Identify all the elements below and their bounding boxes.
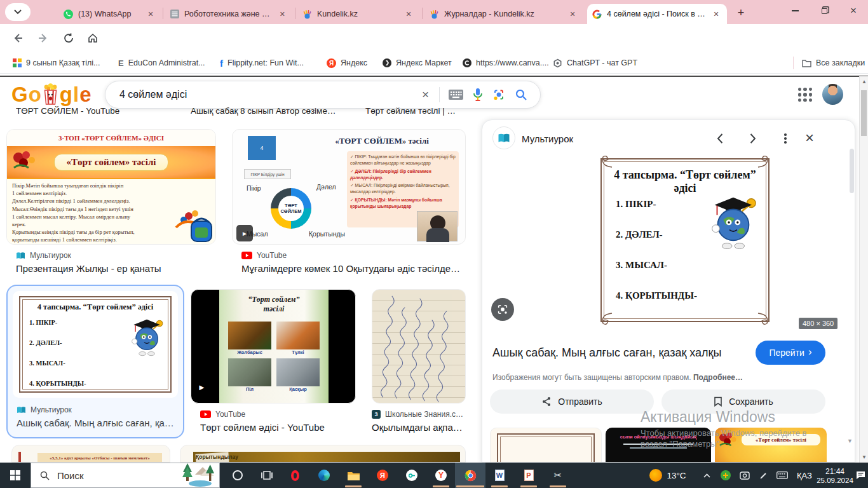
result-source-row[interactable]: 3 Школьные Знания.с… xyxy=(372,410,466,419)
search-inside-image-lens-button[interactable] xyxy=(491,298,514,321)
panel-scrollbar-thumb[interactable] xyxy=(850,149,854,193)
taskbar-powerpoint-icon[interactable]: P xyxy=(515,463,543,488)
result-title-link[interactable]: Оқылымдағы ақпа… xyxy=(372,422,466,433)
tab-kundelik[interactable]: Kundelik.kz × xyxy=(297,4,419,24)
google-doodle-logo[interactable]: G o g l e xyxy=(11,83,92,105)
google-apps-grid-icon[interactable] xyxy=(798,88,812,102)
bookmark-item[interactable]: Я Яндекс xyxy=(327,57,367,69)
result-image-card1[interactable]: 3-ТОП «ТӨРТ СӨЙЛЕМ» ӘДІСІ «Төрт сөйлем» … xyxy=(6,129,216,245)
bookmark-item[interactable]: f Flippity.net: Fun Wit... xyxy=(220,57,304,69)
result-image-card5[interactable] xyxy=(372,289,466,403)
copyright-more-link[interactable]: Подробнее… xyxy=(693,373,743,382)
tray-antivirus-icon[interactable] xyxy=(717,463,735,488)
voice-search-icon[interactable] xyxy=(473,88,483,102)
back-button[interactable] xyxy=(9,29,27,47)
scrollbar-thumb[interactable] xyxy=(861,90,867,136)
taskbar-chrome-icon[interactable] xyxy=(455,463,485,488)
result-title-link[interactable]: Ашық сабақ. Мың алғыс саған, қаза… xyxy=(17,417,177,428)
panel-result-title-link[interactable]: Ашық сабақ. Мың алғыс саған, қазақ халқы xyxy=(492,346,747,360)
bookmark-item[interactable]: E EduCon Administrat... xyxy=(118,57,205,69)
related-image-thumb[interactable] xyxy=(490,428,602,463)
result-image-card4[interactable]: “Төрт сөйлем” тәсілі Жолбарыс Түлкі Піл … xyxy=(191,289,356,403)
google-lens-icon[interactable] xyxy=(492,88,505,101)
taskbar-search-box[interactable]: Поиск xyxy=(31,463,220,488)
all-bookmarks-button[interactable]: Все закладки xyxy=(802,57,865,69)
window-restore-button[interactable] xyxy=(810,0,839,22)
play-button-icon[interactable]: ► xyxy=(198,383,206,392)
scrollbar-down-icon[interactable]: ▼ xyxy=(862,454,867,460)
reload-button[interactable] xyxy=(60,29,78,47)
result-title-link[interactable]: Төрт сөйлем әдісі - YouTube xyxy=(200,422,356,433)
preview-image[interactable]: 4 тапсырма. “Төрт сөйлем” әдісі 1. ПІКІР… xyxy=(597,152,773,329)
google-account-avatar[interactable] xyxy=(822,84,843,105)
bookmark-item[interactable]: Яндекс Маркет xyxy=(383,57,452,69)
result-source-row[interactable]: YouTube xyxy=(241,251,287,260)
bookmark-item[interactable]: https://www.canva.... xyxy=(463,57,549,69)
panel-close-icon[interactable]: × xyxy=(805,129,814,147)
result-source-row[interactable]: Мультиурок xyxy=(17,405,72,414)
taskbar-explorer-icon[interactable] xyxy=(339,463,367,488)
tab-zhurnaldar[interactable]: Журналдар - Kundelik.kz × xyxy=(424,4,583,24)
result-caption-link[interactable]: ТӨРТ СӨЙЛЕМ - YouTube xyxy=(16,106,168,116)
home-button[interactable] xyxy=(84,29,102,47)
bookmark-item[interactable]: ChatGPT - чат GPT xyxy=(553,57,637,69)
related-image-thumb[interactable]: сыни ойлауымызды шыңдайық xyxy=(606,428,711,463)
tray-weather-widget[interactable]: 13°C xyxy=(643,463,693,488)
bookmark-item[interactable]: 9 сынып Қазақ тілі... xyxy=(13,57,100,69)
cortana-button[interactable] xyxy=(224,463,252,488)
selected-result-tile[interactable]: 4 тапсырма. “Төрт сөйлем” әдісі 1. ПІКІР… xyxy=(6,285,184,438)
taskbar-yandex-icon[interactable]: Я xyxy=(369,463,397,488)
tab-close-icon[interactable]: × xyxy=(710,8,722,20)
result-image-card2[interactable]: 4 «ТӨРТ СӨЙЛЕМ» тәсілі ПІКР Білдіру үшін… xyxy=(232,129,466,245)
result-title-link[interactable]: Мұғалімдерге көмек 10 Оқытудағы әдіс тәс… xyxy=(241,263,465,274)
tab-close-icon[interactable]: × xyxy=(403,8,414,20)
window-close-button[interactable]: × xyxy=(839,0,868,22)
tab-google-search[interactable]: 4 сөйлем әдісі - Поиск в Go × xyxy=(587,4,727,24)
task-view-button[interactable] xyxy=(253,463,281,488)
taskbar-edge-icon[interactable] xyxy=(310,463,338,488)
panel-next-button[interactable] xyxy=(745,132,759,146)
panel-source-name[interactable]: Мультиурок xyxy=(522,133,573,144)
search-box[interactable]: 4 сөйлем әдісі × xyxy=(105,81,541,109)
result-image-card6-partial[interactable]: «5,5,1» әдісі арқылы «Отбасы - шағын мем… xyxy=(11,445,170,463)
taskbar-snipping-icon[interactable]: ✂ xyxy=(544,463,572,488)
tray-expand-icon[interactable] xyxy=(698,463,715,488)
tray-clock[interactable]: 21:44 25.09.2024 xyxy=(817,463,853,488)
play-button-icon[interactable]: ► xyxy=(236,225,253,241)
result-caption-link[interactable]: Ашық сабақ 8 сынып Автор сөзіме… xyxy=(191,106,349,116)
tab-search-chevron-button[interactable] xyxy=(5,3,31,21)
window-minimize-button[interactable] xyxy=(780,0,810,22)
new-tab-button[interactable]: + xyxy=(733,5,749,20)
scrollbar-up-icon[interactable]: ▲ xyxy=(862,79,867,85)
keyboard-icon[interactable] xyxy=(449,90,463,100)
page-scrollbar[interactable]: ▲ ▼ xyxy=(859,76,868,463)
tray-screen-clip-icon[interactable] xyxy=(736,463,754,488)
result-title-link[interactable]: Презентация Жылқы - ер қанаты xyxy=(16,263,216,274)
panel-more-options-icon[interactable] xyxy=(778,132,792,146)
save-button[interactable]: Сохранить xyxy=(661,390,825,414)
tab-robotics[interactable]: Робототехника және STEM: × xyxy=(165,4,292,24)
tab-whatsapp[interactable]: (13) WhatsApp × xyxy=(58,4,161,24)
clear-search-icon[interactable]: × xyxy=(422,88,429,102)
result-source-row[interactable]: Мультиурок xyxy=(16,251,71,260)
related-image-thumb[interactable]: «Төрт сөйлем» тәсілі xyxy=(715,428,827,463)
tab-close-icon[interactable]: × xyxy=(145,8,156,20)
tray-pen-icon[interactable] xyxy=(755,463,771,488)
start-button[interactable] xyxy=(0,463,31,488)
tab-close-icon[interactable]: × xyxy=(277,8,287,20)
result-image-card3[interactable]: 4 тапсырма. “Төрт сөйлем” әдісі 1. ПІКІР… xyxy=(13,291,178,398)
tray-language-button[interactable]: ҚАЗ xyxy=(793,463,816,488)
search-submit-icon[interactable] xyxy=(515,88,527,101)
visit-page-button[interactable]: Перейти › xyxy=(756,341,825,365)
result-caption-link[interactable]: Төрт сөйлем тәсілі | … xyxy=(365,106,467,116)
result-source-row[interactable]: YouTube xyxy=(200,410,245,419)
panel-scroll-down-icon[interactable]: ▼ xyxy=(847,438,853,444)
result-image-card7-partial[interactable]: Қорытындылау xyxy=(180,445,466,463)
tray-notifications-icon[interactable] xyxy=(853,463,868,488)
taskbar-yandex-browser-icon[interactable]: Y xyxy=(427,463,455,488)
forward-button[interactable] xyxy=(34,29,52,47)
share-button[interactable]: Отправить xyxy=(490,390,654,414)
tray-keyboard-icon[interactable] xyxy=(773,463,792,488)
taskbar-yandex-key-icon[interactable] xyxy=(398,463,426,488)
tab-close-icon[interactable]: × xyxy=(567,8,578,20)
